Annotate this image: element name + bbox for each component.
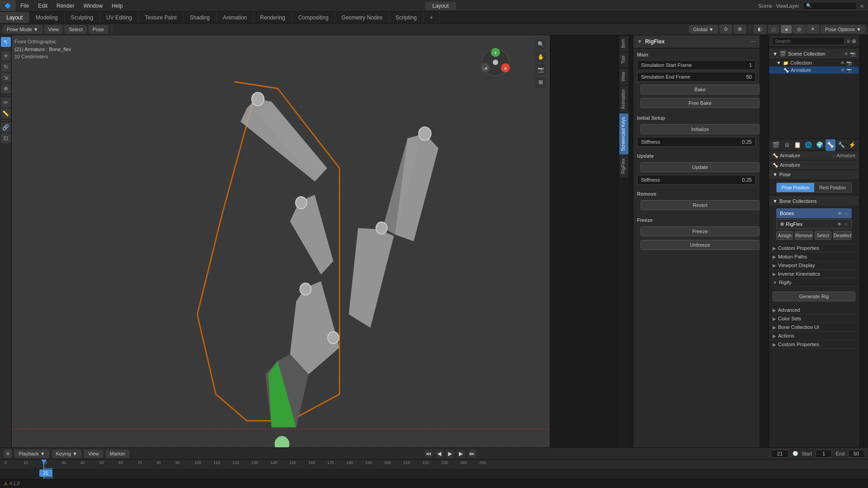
tool-transform[interactable]: ⊕ <box>1 84 11 94</box>
armature-item[interactable]: 🦴 Armature 👁 📷 <box>769 66 859 74</box>
tab-compositing[interactable]: Compositing <box>292 12 335 23</box>
initialize-button[interactable]: Initialize <box>641 124 760 134</box>
outliner-sort[interactable]: ⊕ <box>852 38 856 44</box>
next-frame-btn[interactable]: ▶ <box>457 450 465 458</box>
playback-menu[interactable]: Playback ▼ <box>14 450 49 458</box>
bones-star-icon[interactable]: ☆ <box>844 211 848 216</box>
tab-scripting[interactable]: Scripting <box>389 12 424 23</box>
outliner-filter[interactable]: ≡ <box>847 38 850 44</box>
sim-start-field[interactable]: Simulation Start Frame 1 <box>637 60 756 70</box>
marker-menu[interactable]: Marker <box>106 450 129 458</box>
tab-modeling[interactable]: Modeling <box>29 12 65 23</box>
scene-collection-item[interactable]: ▼ 🎬 Scene Collection 👁 📷 <box>769 49 859 59</box>
jump-end-btn[interactable]: ⏭ <box>468 450 476 458</box>
view-btn[interactable]: View <box>44 25 63 33</box>
deselect-btn[interactable]: Deselect <box>833 231 852 240</box>
current-frame-field[interactable]: 21 <box>771 450 789 458</box>
update-button[interactable]: Update <box>641 162 760 172</box>
rigflex-eye-icon[interactable]: 👁 <box>837 222 842 227</box>
tab-sculpting[interactable]: Sculpting <box>65 12 100 23</box>
pose-section-header[interactable]: ▼ Pose <box>769 170 859 179</box>
mode-select[interactable]: Pose Mode ▼ <box>3 25 42 33</box>
particles-props-icon[interactable]: ⚡ <box>847 139 857 151</box>
viewport[interactable]: Front Orthographic (21) Armature : Bone_… <box>12 35 550 447</box>
tool-extra1[interactable]: 🔗 <box>1 122 11 132</box>
revert-button[interactable]: Revert <box>641 200 760 210</box>
bone-collections-header[interactable]: ▼ Bone Collections <box>769 197 859 206</box>
tool-cursor[interactable]: ↖ <box>1 37 11 47</box>
tool-annotate[interactable]: ✏ <box>1 98 11 108</box>
rendered-shading[interactable]: ☀ <box>807 25 819 33</box>
zoom-icon[interactable]: 🔍 <box>535 39 546 50</box>
outliner-search[interactable] <box>772 37 845 45</box>
rigflex-collection-item[interactable]: RigFlex 👁 ☆ <box>776 219 852 229</box>
pose-options[interactable]: Pose Options ▼ <box>821 25 865 33</box>
keying-menu[interactable]: Keying ▼ <box>52 450 82 458</box>
object-props-icon[interactable]: 🦴 <box>826 139 835 151</box>
viewport-display-section[interactable]: ▶ Viewport Display <box>769 261 859 270</box>
render-menu[interactable]: Render <box>52 0 79 11</box>
rigflex-star-icon[interactable]: ☆ <box>844 222 848 227</box>
hand-icon[interactable]: ✋ <box>535 52 546 62</box>
file-menu[interactable]: File <box>16 0 33 11</box>
timeline-menu-icon[interactable]: ≡ <box>4 450 12 458</box>
tool-extra2[interactable]: ⊡ <box>1 133 11 143</box>
window-menu[interactable]: Window <box>79 0 107 11</box>
tab-layout[interactable]: Layout <box>0 12 29 23</box>
modifier-props-icon[interactable]: 🔧 <box>836 139 846 151</box>
tab-item[interactable]: Item <box>619 35 628 52</box>
prev-frame-btn[interactable]: ◀ <box>435 450 443 458</box>
solid-shading[interactable]: ● <box>781 25 792 33</box>
unfreeze-button[interactable]: Unfreeze <box>641 240 760 250</box>
tab-texture-paint[interactable]: Texture Paint <box>139 12 184 23</box>
advanced-section[interactable]: ▶ Advanced <box>769 306 859 314</box>
bones-collection-item[interactable]: Bones 👁 ☆ <box>776 208 852 218</box>
rest-position-btn[interactable]: Rest Position <box>814 183 852 192</box>
filter-icon[interactable]: ≡ <box>861 3 863 9</box>
start-frame-field[interactable]: 1 <box>816 450 832 458</box>
bones-eye-icon[interactable]: 👁 <box>838 211 842 216</box>
tool-rotate[interactable]: ↻ <box>1 62 11 72</box>
bone-coll-ui-section[interactable]: ▶ Bone Collection UI <box>769 323 859 332</box>
select-btn[interactable]: Select <box>65 25 87 33</box>
motion-paths-section[interactable]: ▶ Motion Paths <box>769 253 859 261</box>
remove-btn[interactable]: Remove <box>795 231 812 240</box>
transform-space[interactable]: Global ▼ <box>689 25 718 33</box>
custom-props-bottom-section[interactable]: ▶ Custom Properties <box>769 340 859 349</box>
play-btn[interactable]: ▶ <box>446 450 454 458</box>
search-box[interactable]: 🔍 <box>803 2 857 10</box>
tab-tool[interactable]: Tool <box>619 52 628 67</box>
tool-scale[interactable]: ⇲ <box>1 73 11 83</box>
stiffness-field-2[interactable]: Stiffness 0.25 <box>637 175 756 185</box>
tab-animation[interactable]: Animation <box>619 85 628 113</box>
bake-button[interactable]: Bake <box>641 84 760 94</box>
navigation-gizmo[interactable]: Y X -X <box>477 44 514 80</box>
output-props-icon[interactable]: 🖥 <box>782 139 792 151</box>
tool-measure[interactable]: 📏 <box>1 108 11 118</box>
jump-start-btn[interactable]: ⏮ <box>425 450 433 458</box>
scene-props-icon[interactable]: 🌐 <box>803 139 813 151</box>
proportional-edit[interactable]: ⊕ <box>734 25 746 33</box>
material-shading[interactable]: ◎ <box>793 25 806 33</box>
assign-btn[interactable]: Assign <box>776 231 793 240</box>
tab-screencast[interactable]: Screencast Keys <box>619 113 628 155</box>
view-layer-props-icon[interactable]: 📋 <box>793 139 802 151</box>
layout-tab[interactable]: Layout <box>425 2 456 10</box>
sim-end-field[interactable]: Simulation End Frame 50 <box>637 72 756 82</box>
tab-animation[interactable]: Animation <box>217 12 254 23</box>
rigflex-header[interactable]: ▼ RigFlex ⋯ <box>633 35 760 48</box>
render-props-icon[interactable]: 🎬 <box>771 139 781 151</box>
view-menu[interactable]: View <box>84 450 103 458</box>
pose-position-btn[interactable]: Pose Position <box>777 183 814 192</box>
snap-btn[interactable]: ⊙ <box>720 25 732 33</box>
freeze-button[interactable]: Freeze <box>641 226 760 236</box>
viewport-overlays[interactable]: ◐ <box>754 25 766 33</box>
tab-rigflex[interactable]: RigFlex <box>619 155 628 178</box>
generate-rig-button[interactable]: Generate Rig <box>773 291 855 301</box>
world-props-icon[interactable]: 🌍 <box>815 139 825 151</box>
edit-menu[interactable]: Edit <box>33 0 52 11</box>
end-frame-field[interactable]: 50 <box>848 450 864 458</box>
tab-add[interactable]: + <box>424 12 440 23</box>
actions-section[interactable]: ▶ Actions <box>769 332 859 340</box>
tool-move[interactable]: ✛ <box>1 51 11 61</box>
